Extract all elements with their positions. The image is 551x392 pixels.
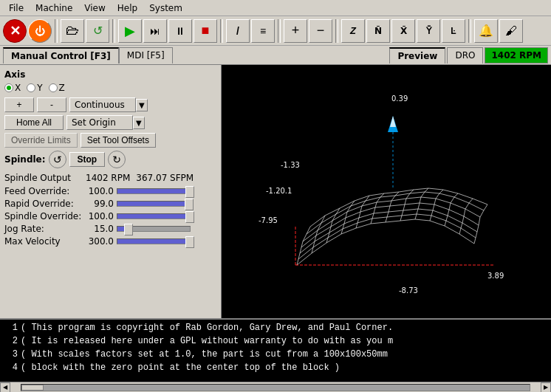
axis-section-title: Axis — [4, 69, 216, 80]
code-line: 2( It is released here under a GPL witho… — [3, 334, 548, 348]
spindle-sfpm-value: 367.07 SFPM — [136, 173, 194, 183]
continuous-select: Continuous ▼ — [69, 97, 148, 112]
slider-thumb-1[interactable] — [185, 199, 194, 210]
menu-file[interactable]: File — [3, 1, 30, 15]
home-all-button[interactable]: Home All — [4, 115, 64, 130]
override-value-4: 300.0 — [86, 236, 114, 247]
override-value-3: 15.0 — [86, 224, 114, 234]
tabs-row: Manual Control [F3] MDI [F5] Preview DRO… — [0, 46, 551, 65]
set-tool-offsets-button[interactable]: Set Tool Offsets — [81, 133, 156, 148]
pause-button[interactable]: ⏸ — [168, 19, 192, 43]
toolbar-sep-1 — [55, 19, 58, 43]
run-button[interactable]: ▶ — [118, 19, 142, 43]
scroll-track[interactable] — [21, 384, 530, 391]
set-origin-dropdown-arrow[interactable]: ▼ — [133, 117, 145, 129]
axis-x-label: X — [15, 83, 21, 93]
slider-track-0[interactable] — [117, 188, 191, 194]
slider-fill-1 — [117, 202, 189, 206]
toolbar-sep-2 — [112, 19, 115, 43]
remove-button[interactable]: − — [309, 19, 332, 43]
continuous-dropdown-arrow[interactable]: ▼ — [136, 99, 148, 111]
slider-fill-4 — [117, 239, 190, 244]
reload-button[interactable]: ↺ — [86, 19, 109, 43]
line-number: 1 — [3, 321, 18, 334]
spindle-output-row: Spindle Output 1402 RPM 367.07 SFPM — [4, 173, 216, 183]
scroll-thumb[interactable] — [21, 385, 44, 391]
override-label-0: Feed Override: — [4, 186, 86, 196]
home-origin-row: Home All Set Origin ▼ — [4, 115, 216, 130]
tab-preview[interactable]: Preview — [389, 47, 445, 63]
toolbar-sep-6 — [468, 19, 471, 43]
n-button[interactable]: N̄ — [366, 19, 390, 43]
menu-system[interactable]: System — [143, 1, 188, 15]
step-forward-button[interactable]: ⏭ — [143, 19, 167, 43]
bell-button[interactable]: 🔔 — [474, 19, 498, 43]
line-content: ( This program is copyright of Rab Gordo… — [21, 321, 393, 334]
axis-z-radio[interactable]: Z — [49, 83, 65, 93]
slider-thumb-4[interactable] — [185, 236, 194, 248]
override-limits-button[interactable]: Override Limits — [4, 133, 78, 148]
svg-text:-8.73: -8.73 — [399, 286, 418, 295]
continuous-option[interactable]: Continuous — [69, 97, 136, 112]
override-row-4: Max Velocity300.0 — [4, 236, 216, 247]
x-mirror-button[interactable]: X̄ — [391, 19, 415, 43]
open-button[interactable]: 🗁 — [61, 19, 84, 43]
tab-manual-control[interactable]: Manual Control [F3] — [3, 47, 119, 63]
spindle-label: Spindle: — [4, 154, 46, 165]
slider-track-4[interactable] — [117, 238, 191, 244]
slider-thumb-3[interactable] — [124, 224, 133, 235]
p-button[interactable]: Ŀ — [442, 19, 465, 43]
minus-jog-button[interactable]: - — [37, 97, 66, 112]
set-origin-select: Set Origin ▼ — [66, 115, 145, 130]
slider-thumb-0[interactable] — [185, 186, 194, 198]
toolbar: ✕ ⏻ 🗁 ↺ ▶ ⏭ ⏸ ■ / ≡ + − Z N̄ X̄ Ȳ Ŀ 🔔 🖌 — [0, 16, 551, 46]
z-axis-button[interactable]: Z — [341, 19, 365, 43]
bottom-scrollbar: ◀ ▶ — [0, 382, 551, 392]
override-value-0: 100.0 — [86, 186, 114, 196]
override-value-2: 100.0 — [86, 211, 114, 221]
toolbar-sep-5 — [335, 19, 338, 43]
edit-button[interactable]: / — [226, 19, 250, 43]
estop-button[interactable]: ✕ — [3, 19, 27, 43]
plus-jog-button[interactable]: + — [4, 97, 34, 112]
y-mirror-button[interactable]: Ȳ — [417, 19, 440, 43]
scroll-left-button[interactable]: ◀ — [0, 382, 10, 393]
svg-text:-7.95: -7.95 — [259, 216, 278, 224]
slider-track-2[interactable] — [117, 213, 191, 219]
brush-button[interactable]: 🖌 — [499, 19, 523, 43]
slider-track-1[interactable] — [117, 201, 191, 207]
line-content: ( block with the zero point at the cente… — [21, 361, 340, 374]
spindle-stop-button[interactable]: Stop — [69, 152, 106, 167]
line-number: 2 — [3, 334, 18, 348]
axis-z-label: Z — [59, 83, 65, 93]
main-content: Axis X Y Z + - Continuous ▼ — [0, 65, 551, 318]
slider-thumb-2[interactable] — [185, 211, 194, 223]
menu-help[interactable]: Help — [112, 1, 143, 15]
stop-button[interactable]: ■ — [194, 19, 217, 43]
slider-fill-2 — [117, 214, 190, 219]
set-origin-option[interactable]: Set Origin — [66, 115, 133, 130]
scroll-right-button[interactable]: ▶ — [541, 382, 551, 393]
axis-x-indicator — [4, 83, 13, 92]
code-line: 4( block with the zero point at the cent… — [3, 361, 548, 374]
slider-track-3[interactable] — [117, 226, 191, 232]
override-label-4: Max Velocity — [4, 236, 86, 247]
tab-dro[interactable]: DRO — [447, 47, 483, 63]
axis-y-indicator — [27, 83, 35, 92]
left-panel: Axis X Y Z + - Continuous ▼ — [0, 65, 222, 318]
menu-machine[interactable]: Machine — [30, 1, 78, 15]
tab-mdi[interactable]: MDI [F5] — [119, 47, 173, 63]
menu-view[interactable]: View — [78, 1, 111, 15]
axis-y-radio[interactable]: Y — [27, 83, 42, 93]
preview-3d[interactable]: 0.39 -1.33 -1.20.1 -7.95 -8.73 3.89 — [222, 65, 551, 318]
blocks-button[interactable]: ≡ — [251, 19, 275, 43]
spindle-rpm-value: 1402 RPM — [86, 173, 130, 183]
add-button[interactable]: + — [284, 19, 307, 43]
axis-x-radio[interactable]: X — [4, 83, 21, 93]
spindle-ccw-button[interactable]: ↺ — [49, 151, 66, 168]
spindle-cw-button[interactable]: ↻ — [108, 151, 126, 168]
override-row-0: Feed Override:100.0 — [4, 186, 216, 196]
power-button[interactable]: ⏻ — [28, 19, 52, 43]
line-content: ( With scales factors set at 1.0, the pa… — [21, 348, 388, 361]
axis-y-label: Y — [37, 83, 42, 93]
